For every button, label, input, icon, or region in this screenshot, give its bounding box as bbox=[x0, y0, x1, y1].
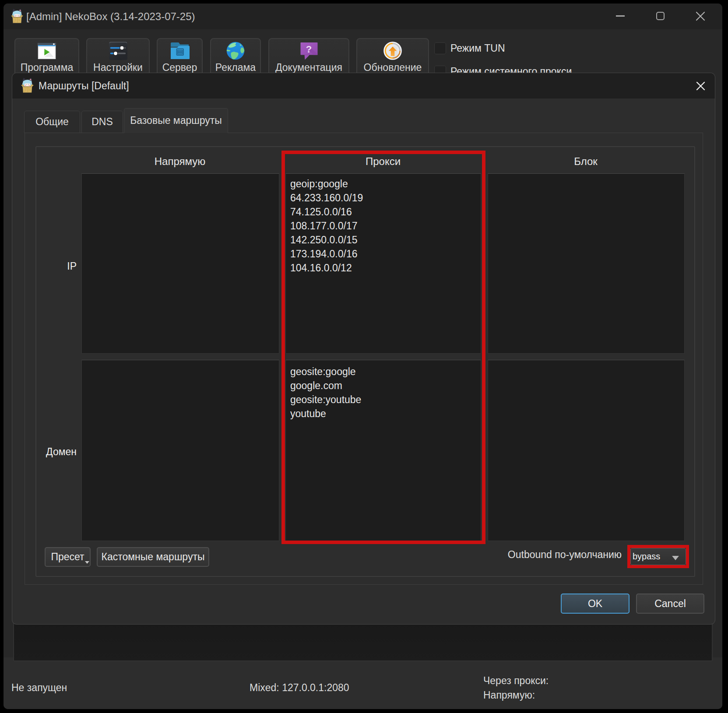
svg-text:?: ? bbox=[306, 44, 311, 55]
